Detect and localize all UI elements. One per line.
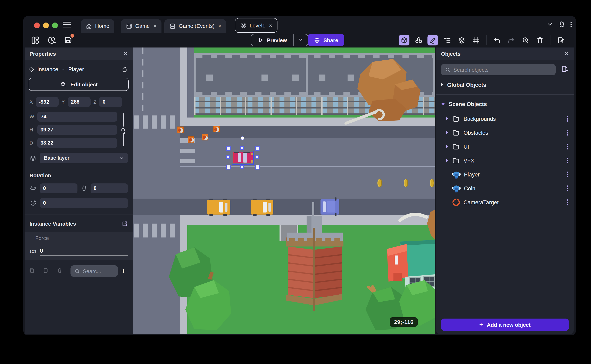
scene-editor-canvas[interactable]: 29;-116 <box>133 47 435 334</box>
tab-close-icon[interactable]: × <box>218 23 221 29</box>
tab-game[interactable]: Game × <box>121 19 161 33</box>
selection-handle-w[interactable] <box>226 155 230 159</box>
hamburger-menu-icon[interactable] <box>63 22 71 28</box>
rotation-z-field[interactable] <box>40 198 128 208</box>
y-field[interactable] <box>68 97 91 107</box>
object-item-cameratarget[interactable]: CameraTarget <box>436 195 574 209</box>
extensions-puzzle-icon[interactable] <box>559 21 565 27</box>
x-field[interactable] <box>36 97 59 107</box>
layer-select[interactable]: Base layer <box>40 153 128 163</box>
variables-search-input[interactable] <box>83 268 114 274</box>
global-objects-group[interactable]: Global Objects <box>436 79 574 90</box>
preview-options-button[interactable] <box>294 36 308 44</box>
rotation-y-field[interactable] <box>90 183 128 193</box>
selection-rotate-handle[interactable] <box>241 136 244 140</box>
scene-bone-small[interactable] <box>400 214 426 220</box>
variables-search[interactable] <box>71 265 118 277</box>
scene-coin[interactable] <box>404 179 408 187</box>
objects-search-input[interactable] <box>453 66 552 73</box>
edit-object-button[interactable]: Edit object <box>29 78 129 91</box>
object-folder-ui[interactable]: UI <box>436 140 574 154</box>
add-new-object-button[interactable]: + Add a new object <box>441 318 569 331</box>
kebab-menu-icon[interactable] <box>565 184 570 193</box>
kebab-menu-icon[interactable] <box>565 128 570 137</box>
scene-crate[interactable] <box>188 136 194 143</box>
object-folder-vfx[interactable]: VFX <box>436 154 574 168</box>
selection-handle-s[interactable] <box>240 165 244 169</box>
delete-variable-icon[interactable] <box>57 267 71 275</box>
preview-button[interactable]: Preview <box>251 34 293 46</box>
rotation-x-field[interactable] <box>40 183 77 193</box>
chevron-down-icon[interactable] <box>547 21 553 27</box>
object-item-coin[interactable]: Coin <box>436 181 574 195</box>
notebook-edit-icon[interactable] <box>555 35 566 46</box>
unlock-icon[interactable] <box>121 66 128 72</box>
zoom-in-icon[interactable] <box>520 35 531 46</box>
trash-icon[interactable] <box>534 35 545 46</box>
kebab-menu-icon[interactable] <box>565 142 570 151</box>
scene-blue-car[interactable] <box>320 199 339 214</box>
traffic-light-zoom[interactable] <box>52 23 58 28</box>
instances-list-icon[interactable] <box>442 35 452 46</box>
scene-brick-tower[interactable] <box>286 202 344 311</box>
chevron-down-icon <box>119 156 124 160</box>
history-icon[interactable] <box>47 36 56 45</box>
tab-close-icon[interactable]: × <box>269 22 272 28</box>
close-icon[interactable]: ✕ <box>564 50 569 57</box>
grid-icon[interactable] <box>471 35 481 46</box>
scene-crate[interactable] <box>202 134 208 140</box>
object-folder-obstacles[interactable]: Obstacles <box>436 126 574 140</box>
tab-close-icon[interactable]: × <box>153 23 157 29</box>
scene-boulder[interactable] <box>357 59 420 121</box>
scene-coin[interactable] <box>378 179 382 187</box>
selection-handle-e[interactable] <box>255 155 259 159</box>
kebab-menu-icon[interactable] <box>565 156 570 165</box>
close-icon[interactable]: ✕ <box>123 50 128 57</box>
selection-handle-ne[interactable] <box>255 146 260 151</box>
cube-3d-icon[interactable] <box>399 35 409 46</box>
traffic-light-close[interactable] <box>34 23 40 28</box>
tab-level1[interactable]: Level1 × <box>235 18 278 33</box>
scene-taxi-car[interactable] <box>251 200 273 214</box>
objects-search[interactable] <box>441 64 556 75</box>
selection-handle-n[interactable] <box>240 146 244 150</box>
scene-taxi-car[interactable] <box>207 200 230 214</box>
kebab-menu-icon[interactable] <box>571 21 572 27</box>
scene-crate[interactable] <box>213 126 220 132</box>
selection-handle-nw[interactable] <box>226 146 231 151</box>
depth-field[interactable] <box>37 138 117 148</box>
tab-home[interactable]: Home <box>81 19 114 33</box>
save-icon[interactable] <box>64 36 73 45</box>
object-item-player[interactable]: Player <box>436 168 574 181</box>
tab-game-events[interactable]: Game (Events) × <box>164 19 226 33</box>
paste-icon[interactable] <box>43 267 57 275</box>
lock-proportions-toggle[interactable] <box>120 113 126 147</box>
add-variable-button[interactable]: + <box>118 267 129 275</box>
scene-coin[interactable] <box>430 179 434 187</box>
height-field[interactable] <box>37 125 117 135</box>
kebab-menu-icon[interactable] <box>565 198 570 207</box>
pencil-icon[interactable] <box>427 35 438 46</box>
object-folder-backgrounds[interactable]: Backgrounds <box>436 112 574 126</box>
add-folder-icon[interactable] <box>561 65 569 75</box>
selection-handle-se[interactable] <box>255 165 260 169</box>
panels-layout-icon[interactable] <box>31 36 40 45</box>
kebab-menu-icon[interactable] <box>565 170 570 179</box>
selection-handle-sw[interactable] <box>226 165 231 169</box>
redo-icon[interactable] <box>506 35 516 46</box>
layers-icon[interactable] <box>456 35 467 46</box>
scene-tree-cluster-left[interactable] <box>169 247 231 330</box>
width-field[interactable] <box>38 112 117 122</box>
scene-objects-group[interactable]: Scene Objects <box>436 99 574 109</box>
kebab-menu-icon[interactable] <box>565 114 570 123</box>
undo-icon[interactable] <box>491 35 502 46</box>
copy-icon[interactable] <box>29 267 43 275</box>
variable-value[interactable]: 0 <box>40 247 128 255</box>
traffic-light-minimize[interactable] <box>43 23 49 28</box>
z-field[interactable] <box>100 97 122 107</box>
variable-name[interactable]: Force <box>35 235 128 243</box>
open-external-icon[interactable] <box>122 221 128 227</box>
scene-crate[interactable] <box>177 127 184 133</box>
share-button[interactable]: Share <box>308 34 344 46</box>
objects-cubes-icon[interactable] <box>413 35 424 46</box>
